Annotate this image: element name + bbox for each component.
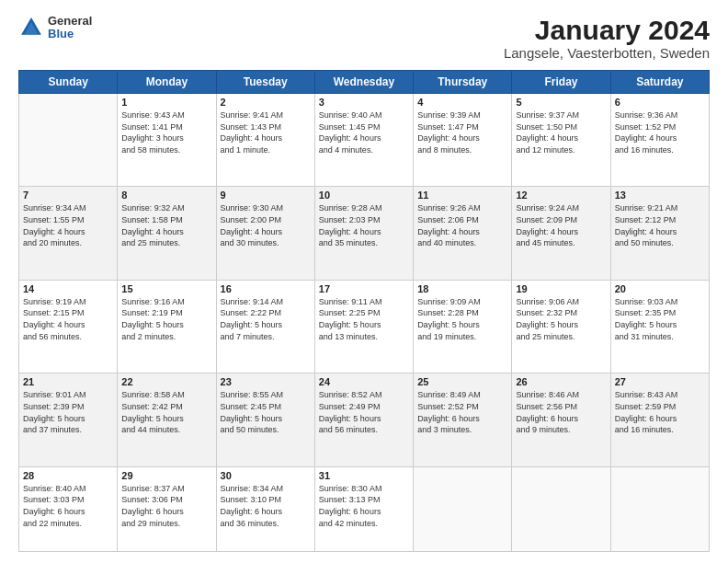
day-number: 7 — [23, 190, 113, 201]
day-info: Sunrise: 8:37 AM Sunset: 3:06 PM Dayligh… — [121, 483, 211, 529]
day-info: Sunrise: 9:06 AM Sunset: 2:32 PM Dayligh… — [516, 296, 606, 342]
day-number: 24 — [319, 376, 409, 387]
day-number: 19 — [516, 283, 606, 294]
title-block: January 2024 Langsele, Vaesterbotten, Sw… — [504, 15, 710, 61]
calendar-cell: 21Sunrise: 9:01 AM Sunset: 2:39 PM Dayli… — [19, 373, 118, 466]
calendar-cell — [610, 466, 709, 551]
day-info: Sunrise: 9:03 AM Sunset: 2:35 PM Dayligh… — [615, 296, 705, 342]
logo-text: General Blue — [48, 15, 92, 41]
subtitle: Langsele, Vaesterbotten, Sweden — [504, 45, 710, 61]
day-number: 18 — [417, 283, 507, 294]
calendar-cell — [19, 94, 118, 187]
calendar-cell: 27Sunrise: 8:43 AM Sunset: 2:59 PM Dayli… — [610, 373, 709, 466]
day-info: Sunrise: 8:40 AM Sunset: 3:03 PM Dayligh… — [23, 483, 113, 529]
calendar-cell: 2Sunrise: 9:41 AM Sunset: 1:43 PM Daylig… — [216, 94, 314, 187]
day-info: Sunrise: 9:01 AM Sunset: 2:39 PM Dayligh… — [23, 389, 113, 435]
calendar-cell: 5Sunrise: 9:37 AM Sunset: 1:50 PM Daylig… — [512, 94, 610, 187]
day-info: Sunrise: 9:24 AM Sunset: 2:09 PM Dayligh… — [516, 202, 606, 248]
weekday-header-monday: Monday — [118, 71, 216, 94]
calendar-cell: 19Sunrise: 9:06 AM Sunset: 2:32 PM Dayli… — [512, 280, 610, 373]
calendar-cell: 29Sunrise: 8:37 AM Sunset: 3:06 PM Dayli… — [118, 466, 216, 551]
calendar-cell: 6Sunrise: 9:36 AM Sunset: 1:52 PM Daylig… — [610, 94, 709, 187]
day-info: Sunrise: 8:30 AM Sunset: 3:13 PM Dayligh… — [319, 483, 409, 529]
day-number: 4 — [417, 97, 507, 108]
day-number: 6 — [615, 97, 705, 108]
main-title: January 2024 — [504, 15, 710, 45]
day-info: Sunrise: 9:14 AM Sunset: 2:22 PM Dayligh… — [221, 296, 311, 342]
day-info: Sunrise: 8:43 AM Sunset: 2:59 PM Dayligh… — [615, 389, 705, 435]
day-info: Sunrise: 8:34 AM Sunset: 3:10 PM Dayligh… — [221, 483, 311, 529]
weekday-header-tuesday: Tuesday — [216, 71, 314, 94]
weekday-header-sunday: Sunday — [19, 71, 118, 94]
calendar-cell: 25Sunrise: 8:49 AM Sunset: 2:52 PM Dayli… — [414, 373, 512, 466]
day-info: Sunrise: 8:58 AM Sunset: 2:42 PM Dayligh… — [121, 389, 211, 435]
week-row-2: 7Sunrise: 9:34 AM Sunset: 1:55 PM Daylig… — [19, 187, 710, 280]
day-number: 22 — [121, 376, 211, 387]
calendar-cell: 23Sunrise: 8:55 AM Sunset: 2:45 PM Dayli… — [216, 373, 314, 466]
calendar-cell: 24Sunrise: 8:52 AM Sunset: 2:49 PM Dayli… — [314, 373, 413, 466]
day-number: 3 — [319, 97, 409, 108]
day-info: Sunrise: 9:28 AM Sunset: 2:03 PM Dayligh… — [319, 202, 409, 248]
calendar-cell: 15Sunrise: 9:16 AM Sunset: 2:19 PM Dayli… — [118, 280, 216, 373]
day-number: 16 — [221, 283, 311, 294]
calendar-cell: 12Sunrise: 9:24 AM Sunset: 2:09 PM Dayli… — [512, 187, 610, 280]
day-number: 11 — [417, 190, 507, 201]
day-number: 12 — [516, 190, 606, 201]
calendar-cell: 20Sunrise: 9:03 AM Sunset: 2:35 PM Dayli… — [610, 280, 709, 373]
day-number: 20 — [615, 283, 705, 294]
day-info: Sunrise: 8:55 AM Sunset: 2:45 PM Dayligh… — [221, 389, 311, 435]
day-number: 31 — [319, 470, 409, 481]
day-info: Sunrise: 9:26 AM Sunset: 2:06 PM Dayligh… — [417, 202, 507, 248]
calendar-cell: 10Sunrise: 9:28 AM Sunset: 2:03 PM Dayli… — [314, 187, 413, 280]
calendar-cell: 9Sunrise: 9:30 AM Sunset: 2:00 PM Daylig… — [216, 187, 314, 280]
day-number: 13 — [615, 190, 705, 201]
calendar-cell: 13Sunrise: 9:21 AM Sunset: 2:12 PM Dayli… — [610, 187, 709, 280]
calendar-cell: 11Sunrise: 9:26 AM Sunset: 2:06 PM Dayli… — [414, 187, 512, 280]
day-info: Sunrise: 9:09 AM Sunset: 2:28 PM Dayligh… — [417, 296, 507, 342]
day-number: 28 — [23, 470, 113, 481]
day-info: Sunrise: 9:11 AM Sunset: 2:25 PM Dayligh… — [319, 296, 409, 342]
logo-icon — [18, 15, 44, 40]
calendar-cell: 3Sunrise: 9:40 AM Sunset: 1:45 PM Daylig… — [314, 94, 413, 187]
day-number: 17 — [319, 283, 409, 294]
day-info: Sunrise: 9:32 AM Sunset: 1:58 PM Dayligh… — [121, 202, 211, 248]
calendar-cell: 8Sunrise: 9:32 AM Sunset: 1:58 PM Daylig… — [118, 187, 216, 280]
calendar-cell: 1Sunrise: 9:43 AM Sunset: 1:41 PM Daylig… — [118, 94, 216, 187]
day-number: 30 — [221, 470, 311, 481]
page: General Blue January 2024 Langsele, Vaes… — [0, 0, 728, 563]
weekday-header-row: SundayMondayTuesdayWednesdayThursdayFrid… — [19, 71, 710, 94]
weekday-header-friday: Friday — [512, 71, 610, 94]
day-info: Sunrise: 9:43 AM Sunset: 1:41 PM Dayligh… — [121, 109, 211, 155]
calendar-cell: 16Sunrise: 9:14 AM Sunset: 2:22 PM Dayli… — [216, 280, 314, 373]
calendar-cell — [512, 466, 610, 551]
day-info: Sunrise: 9:16 AM Sunset: 2:19 PM Dayligh… — [121, 296, 211, 342]
day-number: 21 — [23, 376, 113, 387]
weekday-header-thursday: Thursday — [414, 71, 512, 94]
day-info: Sunrise: 9:36 AM Sunset: 1:52 PM Dayligh… — [615, 109, 705, 155]
calendar-cell: 22Sunrise: 8:58 AM Sunset: 2:42 PM Dayli… — [118, 373, 216, 466]
calendar-cell: 14Sunrise: 9:19 AM Sunset: 2:15 PM Dayli… — [19, 280, 118, 373]
day-info: Sunrise: 9:37 AM Sunset: 1:50 PM Dayligh… — [516, 109, 606, 155]
week-row-1: 1Sunrise: 9:43 AM Sunset: 1:41 PM Daylig… — [19, 94, 710, 187]
day-number: 9 — [221, 190, 311, 201]
day-info: Sunrise: 8:46 AM Sunset: 2:56 PM Dayligh… — [516, 389, 606, 435]
logo-blue: Blue — [48, 28, 92, 40]
day-number: 14 — [23, 283, 113, 294]
week-row-4: 21Sunrise: 9:01 AM Sunset: 2:39 PM Dayli… — [19, 373, 710, 466]
day-info: Sunrise: 9:40 AM Sunset: 1:45 PM Dayligh… — [319, 109, 409, 155]
day-number: 25 — [417, 376, 507, 387]
day-number: 23 — [221, 376, 311, 387]
week-row-3: 14Sunrise: 9:19 AM Sunset: 2:15 PM Dayli… — [19, 280, 710, 373]
day-number: 5 — [516, 97, 606, 108]
day-number: 15 — [121, 283, 211, 294]
day-info: Sunrise: 9:39 AM Sunset: 1:47 PM Dayligh… — [417, 109, 507, 155]
day-info: Sunrise: 8:49 AM Sunset: 2:52 PM Dayligh… — [417, 389, 507, 435]
calendar-cell: 17Sunrise: 9:11 AM Sunset: 2:25 PM Dayli… — [314, 280, 413, 373]
week-row-5: 28Sunrise: 8:40 AM Sunset: 3:03 PM Dayli… — [19, 466, 710, 551]
weekday-header-saturday: Saturday — [610, 71, 709, 94]
calendar-cell: 31Sunrise: 8:30 AM Sunset: 3:13 PM Dayli… — [314, 466, 413, 551]
calendar-cell: 26Sunrise: 8:46 AM Sunset: 2:56 PM Dayli… — [512, 373, 610, 466]
header: General Blue January 2024 Langsele, Vaes… — [18, 15, 710, 61]
calendar-table: SundayMondayTuesdayWednesdayThursdayFrid… — [18, 70, 710, 552]
calendar-cell: 7Sunrise: 9:34 AM Sunset: 1:55 PM Daylig… — [19, 187, 118, 280]
